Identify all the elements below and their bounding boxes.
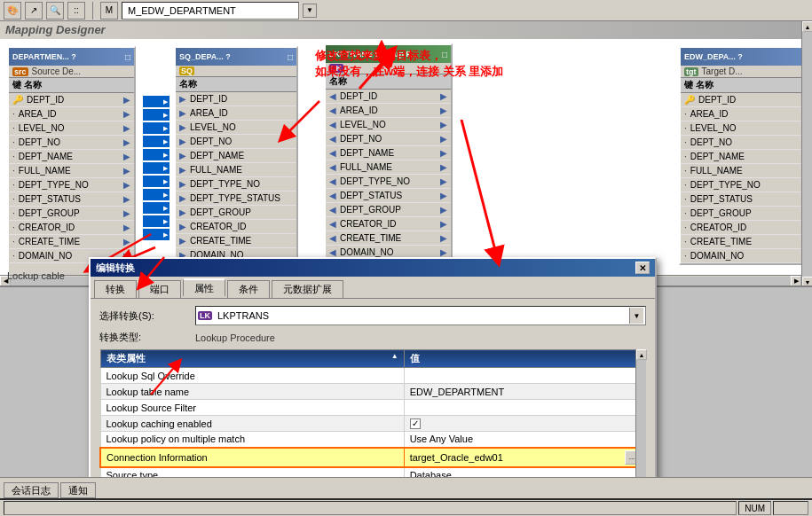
dialog-tabs: 转换 端口 属性 条件 元数据扩展 <box>91 277 655 299</box>
target-row-6: · DEPT_TYPE_NO <box>681 178 810 192</box>
source-table-header: DEPARTMEN... ? □ <box>9 48 134 66</box>
lk-row-6: ◀ DEPT_TYPE_NO▶ <box>326 175 451 189</box>
sq-row-0: ▶ DEPT_ID <box>176 92 296 106</box>
sq-row-7: ▶ DEPT_TYPE_STATUS <box>176 192 296 206</box>
hscroll-right[interactable]: ▶ <box>791 276 801 286</box>
target-row-5: · FULL_NAME <box>681 164 810 178</box>
vscroll-up[interactable]: ▲ <box>802 21 812 32</box>
select-transform-dropdown[interactable]: LK LKPTRANS ▼ <box>195 306 646 325</box>
sq-table: SQ_DEPA... ? □ SQ 名称 ▶ DEPT_ID ▶ AREA_ID… <box>174 46 298 277</box>
sq-row-9: ▶ CREATOR_ID <box>176 220 296 234</box>
source-icon: src <box>12 67 28 76</box>
source-row-3: · DEPT_NO▶ <box>9 136 134 150</box>
target-table-header: EDW_DEPA... ? □ <box>681 48 810 66</box>
prop-name-2: Lookup Source Filter <box>100 400 404 416</box>
prop-val-0 <box>404 368 645 384</box>
caching-checkbox[interactable]: ✓ <box>410 418 421 429</box>
source-row-4: · DEPT_NAME▶ <box>9 150 134 164</box>
prop-name-4: Lookup policy on multiple match <box>100 432 404 448</box>
status-segment-num: NUM <box>738 501 771 515</box>
bottom-tab-session-log[interactable]: 会话日志 <box>4 482 59 498</box>
dialog-title: 编辑转换 <box>96 262 135 275</box>
lockup-label: Lockup cable <box>7 270 65 281</box>
status-segment-1 <box>4 501 737 515</box>
source-row-6: · DEPT_TYPE_NO▶ <box>9 178 134 192</box>
prop-row-3: Lookup caching enabled ✓ <box>100 416 645 432</box>
toolbar-title-box: M_EDW_DEPARTMENT <box>122 2 299 20</box>
source-row-5: · FULL_NAME▶ <box>9 164 134 178</box>
toolbar-icon-1[interactable]: 🎨 <box>4 2 21 20</box>
source-row-0: 🔑 DEPT_ID▶ <box>9 93 134 107</box>
target-table: EDW_DEPA... ? □ tgt Target D... 键 名称 🔑 D… <box>679 46 812 265</box>
sq-row-4: ▶ DEPT_NAME <box>176 149 296 163</box>
sq-row-3: ▶ DEPT_NO <box>176 135 296 149</box>
target-row-0: 🔑 DEPT_ID <box>681 93 810 107</box>
status-bar: NUM <box>0 498 812 516</box>
sq-row-10: ▶ CREATE_TIME <box>176 234 296 248</box>
prop-row-4: Lookup policy on multiple match Use Any … <box>100 432 645 448</box>
sq-row-2: ▶ LEVEL_NO <box>176 121 296 135</box>
sq-icon: SQ <box>179 66 194 75</box>
select-label: 选择转换(S): <box>99 309 188 323</box>
select-dropdown-arrow[interactable]: ▼ <box>629 308 643 324</box>
status-segment-3 <box>773 501 808 515</box>
prop-name-1: Lookup table name <box>100 384 404 400</box>
dialog-tab-condition[interactable]: 条件 <box>227 280 270 298</box>
col-prop: 表类属性 ▲ <box>100 350 404 368</box>
mapping-title: Mapping Designer <box>0 21 812 39</box>
prop-row-2: Lookup Source Filter <box>100 400 645 416</box>
bottom-tabs-bar: 会话日志 通知 <box>0 477 812 498</box>
toolbar-icon-4[interactable]: :: <box>67 2 85 20</box>
lk-row-10: ◀ CREATE_TIME▶ <box>326 231 451 246</box>
prop-val-4: Use Any Value <box>404 432 645 448</box>
toolbar-icon-3[interactable]: 🔍 <box>46 2 64 20</box>
vscroll-down[interactable]: ▼ <box>802 277 812 287</box>
prop-val-2 <box>404 400 645 416</box>
dialog-tab-transform[interactable]: 转换 <box>94 280 137 298</box>
target-row-3: · DEPT_NO <box>681 136 810 150</box>
dialog-tab-metadata[interactable]: 元数据扩展 <box>272 280 343 298</box>
dialog-body: 选择转换(S): LK LKPTRANS ▼ 转换类型: Lookup Proc… <box>91 299 655 506</box>
target-row-7: · DEPT_STATUS <box>681 192 810 207</box>
source-row-10: · CREATE_TIME▶ <box>9 235 134 249</box>
dialog-titlebar: 编辑转换 ✕ <box>91 259 655 277</box>
lk-table-header: LKPTRANS Lookup F... □ <box>326 45 451 63</box>
dialog-tab-port[interactable]: 端口 <box>138 280 181 298</box>
lk-table: LKPTRANS Lookup F... □ LK 名称 ◀ DEPT_ID▶ … <box>324 43 453 287</box>
source-table: DEPARTMEN... ? □ src Source De... 键 名称 🔑… <box>7 46 136 277</box>
lk-row-5: ◀ FULL_NAME▶ <box>326 160 451 175</box>
prop-name-0: Lookup Sql Override <box>100 368 404 384</box>
transform-type-row: 转换类型: Lookup Procedure <box>99 331 646 344</box>
lk-row-2: ◀ LEVEL_NO▶ <box>326 118 451 132</box>
col-val: 值 <box>404 350 645 368</box>
dialog-tab-properties[interactable]: 属性 <box>183 278 225 296</box>
toolbar-icon-5[interactable]: M <box>100 2 118 20</box>
table-scroll-up[interactable]: ▲ <box>636 349 647 360</box>
mapping-vscrollbar[interactable]: ▲ ▼ <box>801 21 812 287</box>
sq-table-header: SQ_DEPA... ? □ <box>176 48 296 66</box>
lk-row-7: ◀ DEPT_STATUS▶ <box>326 189 451 203</box>
prop-val-5[interactable]: target_Oracle_edw01 ... <box>404 448 645 467</box>
sq-row-6: ▶ DEPT_TYPE_NO <box>176 177 296 192</box>
source-row-9: · CREATOR_ID▶ <box>9 221 134 235</box>
lk-icon: LK <box>329 64 343 73</box>
target-icon: tgt <box>684 67 698 76</box>
source-row-1: · AREA_ID▶ <box>9 107 134 121</box>
bottom-tab-notify[interactable]: 通知 <box>60 482 96 498</box>
select-transform-row: 选择转换(S): LK LKPTRANS ▼ <box>99 306 646 325</box>
target-row-10: · CREATE_TIME <box>681 235 810 249</box>
prop-row-1: Lookup table name EDW_DEPARTMENT <box>100 384 645 400</box>
sq-row-8: ▶ DEPT_GROUP <box>176 206 296 220</box>
prop-val-1: EDW_DEPARTMENT <box>404 384 645 400</box>
target-row-4: · DEPT_NAME <box>681 150 810 164</box>
type-label-text: 转换类型: <box>99 331 188 344</box>
source-row-2: · LEVEL_NO▶ <box>9 121 134 136</box>
dialog-close-button[interactable]: ✕ <box>635 262 650 274</box>
vscroll-track <box>802 32 812 277</box>
lk-row-4: ◀ DEPT_NAME▶ <box>326 146 451 160</box>
table-scroll-track <box>636 360 646 489</box>
toolbar-icon-2[interactable]: ↗ <box>25 2 43 20</box>
sort-icon-prop[interactable]: ▲ <box>391 352 398 360</box>
toolbar-dropdown[interactable]: ▼ <box>303 4 317 18</box>
target-row-9: · CREATOR_ID <box>681 221 810 235</box>
